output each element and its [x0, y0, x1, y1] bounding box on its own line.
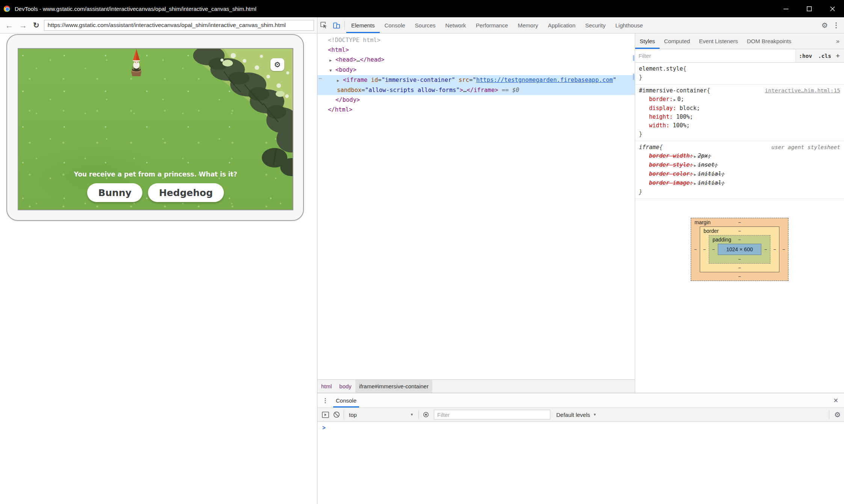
padding-left-value[interactable]: − [709, 247, 718, 252]
css-selector[interactable]: #immersive-container [639, 86, 707, 95]
margin-left-value[interactable]: − [691, 247, 700, 252]
collapse-arrow-icon[interactable]: ▼ [329, 65, 335, 75]
console-settings-icon[interactable]: ⚙ [831, 410, 844, 419]
devtools-tab-security[interactable]: Security [580, 17, 610, 33]
code-token[interactable]: https://testgnomegarden.firebaseapp.com [476, 77, 613, 83]
devtools-tab-sources[interactable]: Sources [410, 17, 441, 33]
expand-arrow-icon[interactable]: ▶ [337, 75, 343, 85]
box-model-content[interactable]: 1024 × 600 [718, 244, 761, 255]
sidebar-tab-dom-breakpoints[interactable]: DOM Breakpoints [742, 33, 796, 49]
node-menu-dots-icon[interactable]: ⋯ [319, 74, 322, 83]
game-settings-button[interactable]: ⚙ [270, 58, 284, 71]
dom-tree-line[interactable]: ▼<body> [317, 65, 635, 75]
margin-right-value[interactable]: − [779, 247, 788, 252]
expand-value-arrow-icon[interactable]: ▶ [693, 181, 698, 186]
sidebar-tabs-overflow-icon[interactable]: » [832, 33, 844, 49]
device-toolbar-icon[interactable] [330, 17, 343, 33]
border-top-value[interactable]: − [738, 228, 741, 234]
padding-bottom-value[interactable]: − [738, 257, 741, 262]
url-input[interactable] [47, 21, 311, 29]
console-prompt-chevron[interactable]: > [322, 424, 326, 431]
css-property[interactable]: height: 100%; [639, 113, 840, 121]
sidebar-tab-computed[interactable]: Computed [660, 33, 695, 49]
breadcrumb-body[interactable]: body [335, 380, 355, 393]
devtools-tab-elements[interactable]: Elements [346, 17, 380, 33]
dom-tree-line[interactable]: <!DOCTYPE html> [317, 35, 635, 45]
choice-hedgehog-button[interactable]: Hedgehog [148, 183, 224, 202]
expand-value-arrow-icon[interactable]: ▶ [673, 98, 677, 102]
css-selector[interactable]: iframe [639, 143, 659, 152]
new-style-rule-button[interactable]: + [834, 49, 844, 62]
devtools-menu-icon[interactable]: ⋮ [831, 21, 844, 29]
breadcrumb-iframe-immersive-container[interactable]: iframe#immersive-container [355, 380, 432, 393]
padding-top-value[interactable]: − [738, 237, 741, 243]
css-property[interactable]: width: 100%; [639, 121, 840, 130]
breadcrumb-html[interactable]: html [317, 380, 335, 393]
address-bar[interactable] [44, 20, 314, 31]
devtools-tab-performance[interactable]: Performance [471, 17, 513, 33]
close-drawer-icon[interactable]: ✕ [828, 393, 844, 407]
devtools-tab-console[interactable]: Console [380, 17, 410, 33]
border-right-value[interactable]: − [770, 247, 779, 252]
sidebar-tab-event-listeners[interactable]: Event Listeners [695, 33, 742, 49]
css-rule[interactable]: iframe {user agent stylesheetborder-widt… [635, 141, 844, 199]
choice-bunny-button[interactable]: Bunny [87, 183, 142, 202]
execution-context-select[interactable]: top ▼ [346, 412, 417, 418]
css-property[interactable]: border-style:▶inset; [639, 161, 840, 170]
console-filter-box[interactable] [434, 410, 550, 419]
box-model-border[interactable]: border − − padding − [700, 226, 779, 272]
devtools-tab-memory[interactable]: Memory [513, 17, 543, 33]
console-tab[interactable]: Console [333, 393, 359, 407]
sidebar-tab-styles[interactable]: Styles [635, 33, 660, 49]
css-property[interactable]: border-image:▶initial; [639, 179, 840, 188]
clear-console-icon[interactable] [331, 411, 342, 418]
pseudo-state-toggle[interactable]: :hov [796, 49, 815, 62]
stylesheet-source-link[interactable]: interactive…him.html:15 [761, 86, 840, 95]
css-rule[interactable]: #immersive-container {interactive…him.ht… [635, 85, 844, 141]
border-left-value[interactable]: − [700, 247, 709, 252]
margin-bottom-value[interactable]: − [738, 274, 741, 279]
css-property[interactable]: border:▶0; [639, 95, 840, 104]
close-window-button[interactable] [821, 0, 844, 17]
log-levels-select[interactable]: Default levels ▼ [553, 412, 600, 418]
drawer-menu-icon[interactable]: ⋮ [317, 393, 333, 407]
css-selector[interactable]: element.style [639, 65, 683, 73]
devtools-tab-lighthouse[interactable]: Lighthouse [610, 17, 648, 33]
box-model-padding[interactable]: padding − − 1024 × 600 − − [709, 235, 770, 264]
css-rule[interactable]: element.style {} [635, 63, 844, 85]
devtools-tab-application[interactable]: Application [543, 17, 580, 33]
padding-right-value[interactable]: − [761, 247, 770, 252]
game-choices: Bunny Hedgehog [18, 183, 293, 202]
dom-tree-line[interactable]: ⋯▶<iframe id="immersive-container" src="… [317, 75, 635, 85]
expand-arrow-icon[interactable]: ▶ [329, 55, 335, 65]
dom-tree-line[interactable]: </body> [317, 95, 635, 105]
box-model: margin − − border − − [635, 199, 844, 281]
devtools-settings-icon[interactable]: ⚙ [818, 21, 831, 30]
class-toggle[interactable]: .cls [815, 49, 834, 62]
forward-button[interactable]: → [16, 21, 30, 29]
css-property[interactable]: border-color:▶initial; [639, 170, 840, 179]
border-bottom-value[interactable]: − [738, 265, 741, 271]
console-sidebar-toggle-icon[interactable] [320, 412, 331, 418]
console-log-area[interactable]: > [317, 422, 844, 504]
dom-tree-line[interactable]: <html> [317, 45, 635, 55]
dom-tree-line[interactable]: </html> [317, 105, 635, 115]
back-button[interactable]: ← [2, 21, 16, 29]
maximize-button[interactable] [797, 0, 821, 17]
dom-tree-line[interactable]: ▶<head>…</head> [317, 55, 635, 65]
console-filter-input[interactable] [434, 412, 550, 418]
expand-value-arrow-icon[interactable]: ▶ [693, 154, 698, 158]
inspect-element-icon[interactable] [317, 17, 330, 33]
devtools-tab-network[interactable]: Network [441, 17, 471, 33]
box-model-margin[interactable]: margin − − border − − [691, 218, 788, 281]
margin-top-value[interactable]: − [738, 220, 741, 225]
dom-tree-line[interactable]: sandbox="allow-scripts allow-forms">…</i… [317, 85, 635, 95]
minimize-button[interactable] [774, 0, 797, 17]
styles-filter-input[interactable] [635, 49, 796, 62]
css-property[interactable]: display: block; [639, 104, 840, 113]
expand-value-arrow-icon[interactable]: ▶ [693, 172, 698, 177]
css-property[interactable]: border-width:▶2px; [639, 152, 840, 161]
live-expression-eye-icon[interactable] [420, 412, 432, 417]
reload-button[interactable]: ↻ [30, 21, 42, 29]
expand-value-arrow-icon[interactable]: ▶ [693, 163, 698, 167]
